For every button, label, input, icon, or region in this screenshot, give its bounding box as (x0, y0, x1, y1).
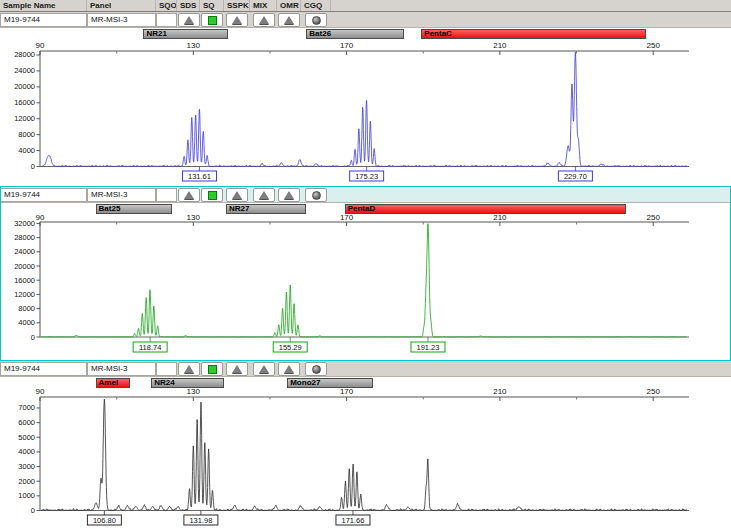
y-tick-label: 12000 (14, 114, 35, 123)
marker-bar-nr27[interactable]: NR27 (226, 204, 306, 214)
svg-text:106.80: 106.80 (93, 516, 116, 525)
x-tick-label: 250 (647, 215, 661, 222)
flag-button-cgq[interactable] (305, 188, 327, 202)
triangle-icon (259, 16, 269, 24)
marker-bar-nr24[interactable]: NR24 (151, 378, 224, 388)
electropherogram-plot[interactable]: 9013017021025004000800012000160002000024… (0, 40, 731, 186)
flag-button-sq[interactable] (201, 13, 223, 27)
y-tick-label: 32000 (14, 219, 35, 228)
sample-name: M19-9744 (4, 15, 40, 24)
y-tick-label: 28000 (14, 50, 35, 59)
peak-size-label[interactable]: 118.74 (133, 337, 167, 352)
peak-size-label[interactable]: 131.98 (184, 511, 218, 526)
x-tick-label: 130 (187, 215, 201, 222)
panel-name-cell[interactable]: MR-MSI-3 (87, 188, 156, 202)
peak-size-label[interactable]: 191.23 (411, 337, 445, 352)
marker-bar-nr21[interactable]: NR21 (143, 29, 227, 39)
triangle-icon (232, 16, 242, 24)
y-tick-label: 8000 (18, 130, 35, 139)
x-tick-label: 210 (493, 41, 507, 50)
panel-name-cell[interactable]: MR-MSI-3 (87, 13, 156, 27)
marker-bar-bat25[interactable]: Bat25 (96, 204, 173, 214)
flag-button-mix[interactable] (253, 362, 275, 376)
y-tick-label: 0 (31, 506, 35, 515)
col-header-cgq[interactable]: CGQ (301, 0, 331, 11)
triangle-icon (284, 191, 294, 199)
triangle-icon (184, 365, 194, 373)
flag-button-sds[interactable] (178, 13, 200, 27)
axes: 9013017021025004000800012000160002000024… (14, 215, 689, 342)
sample-name-cell[interactable]: M19-9744 (0, 13, 87, 27)
marker-bar-pentac[interactable]: PentaC (421, 29, 645, 39)
y-tick-label: 6000 (18, 418, 35, 427)
col-header-sample-name[interactable]: Sample Name (0, 0, 87, 11)
peak-size-label[interactable]: 171.66 (336, 511, 370, 526)
sample-name: M19-9744 (4, 190, 40, 199)
flag-button-omr[interactable] (278, 13, 300, 27)
trace-line (41, 52, 687, 166)
panel-name: MR-MSI-3 (91, 15, 127, 24)
y-tick-label: 1000 (18, 491, 35, 500)
sample-row[interactable]: M19-9744 MR-MSI-3 (0, 361, 731, 377)
col-header-sqo[interactable]: SQO (156, 0, 177, 11)
y-tick-label: 3000 (18, 462, 35, 471)
axes: 9013017021025001000200030004000500060007… (18, 389, 689, 515)
flag-button-cgq[interactable] (305, 362, 327, 376)
flag-button-sspk[interactable] (226, 362, 248, 376)
sample-name-cell[interactable]: M19-9744 (0, 362, 87, 376)
col-header-sds[interactable]: SDS (177, 0, 200, 11)
flag-button-sq[interactable] (201, 362, 223, 376)
sample-row[interactable]: M19-9744 MR-MSI-3 (0, 12, 731, 28)
x-tick-label: 130 (187, 389, 201, 396)
trace-line (41, 224, 687, 337)
electropherogram-plot[interactable]: 9013017021025001000200030004000500060007… (0, 389, 731, 529)
col-header-panel[interactable]: Panel (87, 0, 156, 11)
svg-text:155.29: 155.29 (279, 343, 302, 352)
flag-button-sds[interactable] (178, 188, 200, 202)
flag-button-sspk[interactable] (226, 13, 248, 27)
triangle-icon (259, 191, 269, 199)
y-tick-label: 2000 (18, 477, 35, 486)
peak-size-label[interactable]: 175.23 (350, 167, 384, 182)
col-header-mix[interactable]: MIX (250, 0, 277, 11)
col-header-omr[interactable]: OMR (277, 0, 301, 11)
flag-button-omr[interactable] (278, 188, 300, 202)
triangle-icon (284, 365, 294, 373)
peak-size-label[interactable]: 131.61 (182, 167, 216, 182)
peak-size-label[interactable]: 229.70 (558, 167, 592, 182)
col-header-sq[interactable]: SQ (200, 0, 224, 11)
col-header-sspk[interactable]: SSPK (224, 0, 250, 11)
table-header-row: Sample Name Panel SQO SDS SQ SSPK MIX OM… (0, 0, 731, 12)
x-tick-label: 170 (340, 389, 354, 396)
marker-bar-mono27[interactable]: Mono27 (287, 378, 373, 388)
triangle-icon (184, 191, 194, 199)
marker-bar-amel[interactable]: Amel (96, 378, 130, 388)
marker-bar-pentad[interactable]: PentaD (345, 204, 627, 214)
triangle-icon (232, 365, 242, 373)
circle-icon (312, 365, 321, 374)
y-tick-label: 24000 (14, 66, 35, 75)
triangle-icon (184, 16, 194, 24)
panel-name-cell[interactable]: MR-MSI-3 (87, 362, 156, 376)
peak-size-label[interactable]: 155.29 (273, 337, 307, 352)
electropherogram-plot[interactable]: 9013017021025004000800012000160002000024… (0, 215, 731, 360)
x-tick-label: 170 (340, 41, 354, 50)
flag-button-sds[interactable] (178, 362, 200, 376)
axes: 9013017021025004000800012000160002000024… (14, 41, 689, 171)
flag-button-sq[interactable] (201, 188, 223, 202)
flag-button-sspk[interactable] (226, 188, 248, 202)
sample-row[interactable]: M19-9744 MR-MSI-3 (0, 187, 731, 203)
sample-name-cell[interactable]: M19-9744 (0, 188, 87, 202)
y-tick-label: 5000 (18, 433, 35, 442)
flag-button-mix[interactable] (253, 13, 275, 27)
y-tick-label: 16000 (14, 98, 35, 107)
y-tick-label: 0 (31, 333, 35, 342)
y-tick-label: 8000 (18, 304, 35, 313)
y-tick-label: 28000 (14, 233, 35, 242)
marker-bar-bat26[interactable]: Bat26 (306, 29, 404, 39)
peak-size-label[interactable]: 106.80 (87, 511, 121, 526)
y-tick-label: 16000 (14, 276, 35, 285)
flag-button-omr[interactable] (278, 362, 300, 376)
flag-button-cgq[interactable] (305, 13, 327, 27)
flag-button-mix[interactable] (253, 188, 275, 202)
